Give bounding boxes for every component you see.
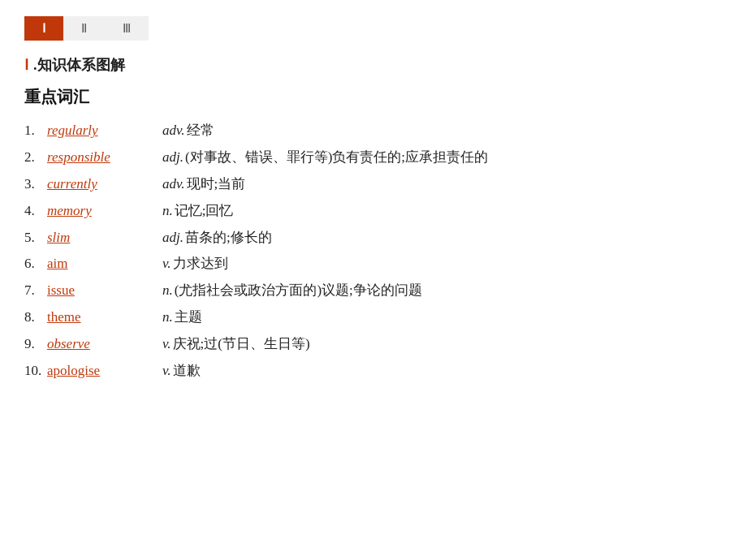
vocab-def: 庆祝;过(节日、生日等) — [173, 333, 310, 356]
vocab-num: 5. — [24, 226, 47, 250]
vocab-num: 7. — [24, 279, 47, 303]
vocab-title: 重点词汇 — [24, 86, 723, 108]
vocab-num: 9. — [24, 333, 47, 356]
tab-bar: Ⅰ Ⅱ Ⅲ — [24, 16, 723, 41]
vocab-num: 2. — [24, 146, 47, 170]
vocab-num: 1. — [24, 119, 47, 143]
vocab-def: 经常 — [187, 119, 214, 143]
vocab-def: (尤指社会或政治方面的)议题;争论的问题 — [175, 279, 422, 303]
vocab-word[interactable]: theme — [47, 306, 153, 330]
vocab-num: 10. — [24, 360, 47, 383]
vocab-item: 10.apologise v.道歉 — [24, 360, 723, 383]
vocab-word[interactable]: slim — [47, 226, 153, 250]
vocab-num: 6. — [24, 252, 47, 276]
vocab-word[interactable]: aim — [47, 252, 153, 276]
vocab-pos: v. — [162, 252, 171, 276]
vocab-def: 主题 — [175, 306, 202, 330]
vocab-item: 6.aim v.力求达到 — [24, 252, 723, 276]
vocab-def: 道歉 — [173, 360, 201, 383]
vocab-pos: n. — [162, 306, 173, 330]
section-roman: Ⅰ — [24, 56, 28, 74]
tab-3[interactable]: Ⅲ — [105, 16, 149, 41]
vocab-def: 记忆;回忆 — [175, 200, 234, 223]
vocab-item: 5.slim adj.苗条的;修长的 — [24, 226, 723, 250]
vocab-pos: v. — [162, 360, 171, 383]
vocab-word[interactable]: memory — [47, 200, 153, 223]
vocab-pos: n. — [162, 279, 173, 303]
vocab-def: 现时;当前 — [187, 173, 246, 196]
vocab-pos: adv. — [162, 119, 185, 143]
vocab-def: 苗条的;修长的 — [185, 226, 272, 250]
vocab-word[interactable]: regularly — [47, 119, 153, 143]
vocab-item: 7.issue n.(尤指社会或政治方面的)议题;争论的问题 — [24, 279, 723, 303]
vocab-word[interactable]: currently — [47, 173, 153, 196]
vocab-word[interactable]: observe — [47, 333, 153, 356]
vocab-pos: n. — [162, 200, 173, 223]
vocab-num: 3. — [24, 173, 47, 196]
vocab-def: (对事故、错误、罪行等)负有责任的;应承担责任的 — [185, 146, 488, 170]
vocab-pos: adj. — [162, 226, 184, 250]
vocab-word[interactable]: responsible — [47, 146, 153, 170]
section-title: Ⅰ .知识体系图解 — [24, 55, 723, 75]
vocab-pos: adj. — [162, 146, 184, 170]
vocab-list: 1.regularly adv.经常2.responsible adj.(对事故… — [24, 119, 723, 383]
vocab-item: 3.currently adv.现时;当前 — [24, 173, 723, 196]
tab-1[interactable]: Ⅰ — [24, 16, 63, 41]
vocab-item: 9.observe v.庆祝;过(节日、生日等) — [24, 333, 723, 356]
vocab-pos: adv. — [162, 173, 185, 196]
vocab-num: 4. — [24, 200, 47, 223]
section-text: .知识体系图解 — [33, 55, 125, 75]
vocab-word[interactable]: apologise — [47, 360, 153, 383]
vocab-def: 力求达到 — [173, 252, 228, 276]
vocab-num: 8. — [24, 306, 47, 330]
vocab-item: 8.theme n.主题 — [24, 306, 723, 330]
vocab-pos: v. — [162, 333, 171, 356]
vocab-item: 1.regularly adv.经常 — [24, 119, 723, 143]
vocab-word[interactable]: issue — [47, 279, 153, 303]
vocab-item: 2.responsible adj.(对事故、错误、罪行等)负有责任的;应承担责… — [24, 146, 723, 170]
tab-2[interactable]: Ⅱ — [63, 16, 105, 41]
vocab-item: 4.memory n.记忆;回忆 — [24, 200, 723, 223]
